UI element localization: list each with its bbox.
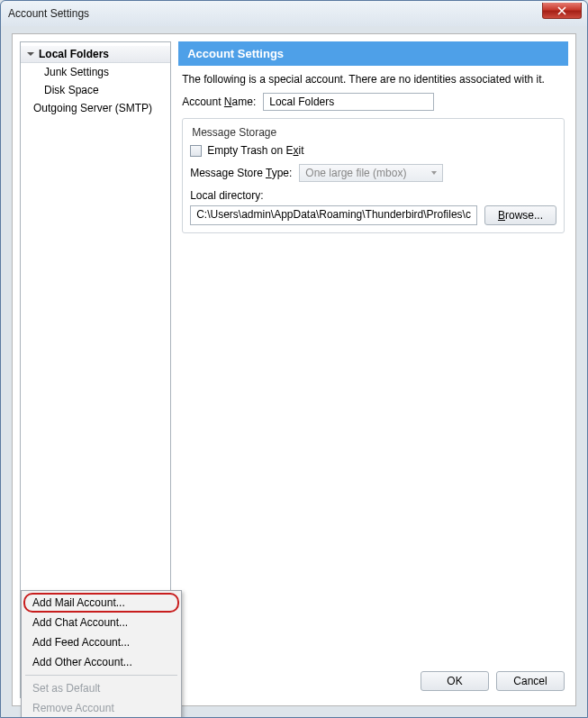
store-type-value: One large file (mbox) — [305, 167, 406, 179]
menu-add-chat-account[interactable]: Add Chat Account... — [23, 613, 179, 632]
local-directory-row: C:\Users\admin\AppData\Roaming\Thunderbi… — [190, 205, 556, 225]
close-button[interactable] — [542, 3, 582, 19]
tree-item-disk-space[interactable]: Disk Space — [21, 81, 170, 99]
store-type-row: Message Store Type: One large file (mbox… — [190, 164, 556, 182]
tree-item-junk-settings[interactable]: Junk Settings — [21, 63, 170, 81]
close-icon — [557, 6, 566, 15]
menu-item-label: Remove Account — [32, 702, 114, 714]
local-directory-input[interactable]: C:\Users\admin\AppData\Roaming\Thunderbi… — [190, 205, 477, 225]
tree-item-local-folders[interactable]: Local Folders — [21, 46, 170, 63]
account-name-row: Account Name: — [182, 93, 565, 111]
panel-content: The following is a special account. Ther… — [178, 66, 568, 664]
tree-item-label: Junk Settings — [44, 66, 109, 78]
menu-item-label: Add Feed Account... — [32, 636, 130, 649]
menu-add-other-account[interactable]: Add Other Account... — [23, 652, 179, 672]
menu-add-feed-account[interactable]: Add Feed Account... — [23, 632, 179, 652]
message-storage-legend: Message Storage — [188, 126, 280, 139]
menu-item-label: Add Mail Account... — [32, 596, 125, 609]
window-title: Account Settings — [8, 7, 89, 20]
local-directory-label: Local directory: — [190, 189, 556, 202]
empty-trash-row: Empty Trash on Exit — [190, 144, 556, 157]
account-name-input[interactable] — [263, 93, 434, 111]
tree-item-label: Disk Space — [44, 84, 99, 96]
message-storage-group: Message Storage Empty Trash on Exit Mess… — [182, 118, 565, 233]
dialog-footer: OK Cancel — [178, 664, 568, 698]
tree-item-label: Local Folders — [39, 48, 109, 60]
store-type-select[interactable]: One large file (mbox) — [299, 164, 443, 182]
expander-icon — [26, 50, 35, 59]
settings-panel: Account Settings The following is a spec… — [178, 41, 568, 698]
cancel-button[interactable]: Cancel — [496, 671, 565, 691]
store-type-label: Message Store Type: — [190, 167, 292, 179]
empty-trash-label: Empty Trash on Exit — [207, 144, 303, 157]
tree-item-outgoing-server[interactable]: Outgoing Server (SMTP) — [21, 99, 170, 117]
panel-header: Account Settings — [178, 41, 568, 66]
menu-set-default: Set as Default — [23, 678, 179, 698]
account-name-label: Account Name: — [182, 95, 256, 108]
menu-separator — [25, 675, 177, 676]
menu-item-label: Add Other Account... — [32, 656, 132, 668]
titlebar[interactable]: Account Settings — [1, 1, 587, 26]
panel-intro: The following is a special account. Ther… — [182, 73, 565, 86]
browse-button[interactable]: Browse... — [484, 205, 556, 225]
ok-button[interactable]: OK — [421, 671, 489, 691]
menu-add-mail-account[interactable]: Add Mail Account... — [23, 593, 179, 613]
menu-item-label: Set as Default — [32, 682, 100, 695]
menu-remove-account: Remove Account — [23, 698, 179, 718]
empty-trash-checkbox[interactable] — [190, 145, 202, 157]
menu-item-label: Add Chat Account... — [32, 616, 128, 629]
accounts-tree: Local Folders Junk Settings Disk Space O… — [21, 42, 170, 670]
chevron-down-icon — [431, 171, 437, 175]
account-actions-menu: Add Mail Account... Add Chat Account... … — [21, 590, 182, 718]
tree-item-label: Outgoing Server (SMTP) — [33, 102, 152, 114]
